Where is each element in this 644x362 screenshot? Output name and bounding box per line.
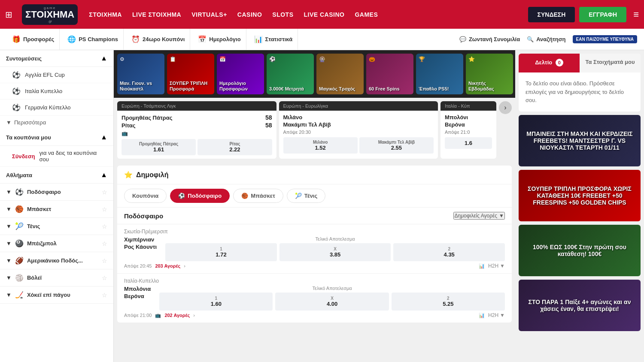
coupon-link[interactable]: ⏰ 24ωρο Κουπόνι [126,29,190,50]
coupons-header[interactable]: Τα κουπόνια μου ▲ [0,129,113,146]
promo-icon-6: 🏆 [419,56,425,62]
coupons-signin-prompt[interactable]: Σύνδεση για να δεις τα κουπόνια σου [0,146,113,167]
nav-item-live[interactable]: LIVE ΣΤΟΙΧΗΜΑ [132,11,181,18]
search-button[interactable]: 🔍 Αναζήτηση [527,36,565,42]
nav-item-virtuals[interactable]: VIRTUALS+ [191,11,227,18]
amfootball-icon: 🏈 [15,256,24,265]
outcome-x-match1[interactable]: X 4.00 [275,293,389,311]
tab-tennis[interactable]: 🎾 Τένις [287,189,325,203]
main-layout: Συντομεύσεις ▲ ⚽ Αγγλία EFL Cup ⚽ Ιταλία… [0,50,644,362]
markets-link-1[interactable]: 202 Αγορές [164,313,190,318]
h2h-button-1[interactable]: H2H ▼ [488,312,505,318]
odd-button-match2[interactable]: 1.6 [445,137,492,149]
nav-item-live-casino[interactable]: LIVE CASINO [304,11,344,18]
calendar-icon: 📅 [198,35,207,43]
fav-star-hockey[interactable]: ☆ [102,292,107,299]
promo-banner-1[interactable]: ΣΟΥΠΕΡ ΤΡΙΠΛΗ ΠΡΟΣΦΟΡΑ ΧΩΡΙΣ ΚΑΤΑΘΕΣΗ 10… [519,170,641,221]
ps-champions-link[interactable]: 🌐 PS Champions [62,29,124,50]
outcome-x-match0[interactable]: X 3.85 [279,243,391,261]
calendar-link[interactable]: 📅 Ημερολόγιο [193,29,246,50]
matches-next-button[interactable]: › [499,101,512,114]
sidebar-sport-volleyball[interactable]: ▼ 🏐 Βόλεϊ ☆ [0,269,113,287]
sidebar-sport-football[interactable]: ▼ ⚽ Ποδόσφαιρο ☆ [0,184,113,201]
promo-icon-7: ⭐ [468,56,475,62]
outcome-2-match0[interactable]: 2 4.35 [393,243,505,261]
promo-card-3[interactable]: ⚽ 3.000€ Μετρητά [267,54,314,94]
shortcuts-header[interactable]: Συντομεύσεις ▲ [0,50,113,67]
match-card-0: Ευρώπη - Τσάμπιονς Λιγκ Προμηθέας Πάτρας… [117,101,276,159]
match-league-0: Ευρώπη - Τσάμπιονς Λιγκ [117,101,276,111]
sidebar-sport-basketball[interactable]: ▼ 🏀 Μπάσκετ ☆ [0,201,113,218]
odd-button-team2-1[interactable]: Μακάμπι Τελ Αβίβ 2.55 [359,137,434,154]
popular-markets-button[interactable]: Δημοφιλείς Αγορές ▼ [453,212,505,220]
promo-card-6[interactable]: 🏆 Έπαθλο PS5! [416,54,463,94]
promo-card-4[interactable]: 🎡 Μαγικός Τροχός [316,54,364,94]
popular-match-0: Σκωτία-Πρέμιερσιπ Χιμπέρνιαν Ρος Κάουντι… [117,224,512,273]
sidebar-sport-tennis[interactable]: ▼ 🎾 Τένις ☆ [0,218,113,235]
popular-tabs: Κουπόνια ⚽ Ποδόσφαιρο 🏀 Μπάσκετ 🎾 Τένις [117,184,512,208]
promo-card-5[interactable]: 🎃 60 Free Spins [366,54,413,94]
tennis-icon: 🎾 [15,222,24,230]
sidebar: Συντομεύσεις ▲ ⚽ Αγγλία EFL Cup ⚽ Ιταλία… [0,50,114,362]
fav-star-volley[interactable]: ☆ [102,275,107,281]
shortcuts-more[interactable]: ▼ Περισσότερα [0,116,113,129]
sidebar-item-germany-cup[interactable]: ⚽ Γερμανία Κύπελλο [0,100,113,116]
nav-item-slots[interactable]: SLOTS [272,11,293,18]
sports-header[interactable]: Αθλήματα ▲ [0,167,113,184]
tab-basketball[interactable]: 🏀 Μπάσκετ [233,189,283,203]
outcome-2-match1[interactable]: 2 5.25 [392,293,505,311]
betslip-tab-deltio[interactable]: Δελτίο 0 [519,54,580,72]
nav-item-stoixima[interactable]: ΣΤΟΙΧΗΜΑ [89,11,122,18]
tennis-label: Τένις [27,223,40,229]
match-odds-0: Προμηθέας Πάτρας 1.61 Ρίτας 2.22 [122,139,272,155]
fav-star-amfootball[interactable]: ☆ [102,257,107,264]
sidebar-item-italy-cup[interactable]: ⚽ Ιταλία Κυπελλο [0,83,113,100]
prosfores-link[interactable]: 🎁 Προσφορές [7,29,60,50]
odd-button-team2-0[interactable]: Ρίτας 2.22 [197,139,272,155]
grid-icon[interactable]: ⊞ [5,9,12,20]
promo-card-2[interactable]: 📅 Ημερολόγιο Προσφορών [217,54,264,94]
promo-card-0[interactable]: ⚙ Μαν. Γιουν. vs Νιούκαστλ [117,54,164,94]
hamburger-icon[interactable]: ≡ [633,9,639,20]
promo-banner-0[interactable]: ΜΠΑΙΝΕΙΣ ΣΤΗ ΜΑΧΗ ΚΑΙ ΚΕΡΔΙΖΕΙΣ FREEBETS… [519,115,641,166]
hockey-icon: 🏒 [15,291,24,299]
betslip-tab-mybets[interactable]: Τα Στοιχήματά μου [580,54,641,72]
chevron-down-icon-baseball: ▼ [6,240,12,247]
outcome-1-match0[interactable]: 1 1.72 [165,243,277,261]
signin-button[interactable]: ΣΥΝΔΕΣΗ [528,7,575,22]
sidebar-item-england-efl[interactable]: ⚽ Αγγλία EFL Cup [0,67,113,83]
sidebar-sport-hockey[interactable]: ▼ 🏒 Χόκεϊ επί πάγου ☆ [0,287,113,304]
safe-game-badge[interactable]: ΕΑΝ ΠΑΙΖΟΥΜΕ ΥΠΕΥΘΥΝΑ [573,35,637,43]
fav-star-basket[interactable]: ☆ [102,206,107,213]
h2h-button-0[interactable]: H2H ▼ [488,263,505,269]
promo-label-1: ΣΟΥΠΕΡ ΤΡΙΠΛΗ Προσφορά [170,81,212,92]
top-navigation: ⊞ game ΣΤΟΙΧΗΜΑ .gr ΣΤΟΙΧΗΜΑ LIVE ΣΤΟΙΧΗ… [0,0,644,29]
fav-star-baseball[interactable]: ☆ [102,240,107,247]
logo[interactable]: game ΣΤΟΙΧΗΜΑ .gr [22,4,78,25]
bar-chart-icon-0: 📊 [479,263,485,269]
promo-icon-0: ⚙ [120,56,125,62]
odd-button-team1-1[interactable]: Μιλάνο 1.52 [283,137,358,154]
chevron-up-icon-3: ▲ [100,171,107,179]
tab-football[interactable]: ⚽ Ποδόσφαιρο [170,189,230,203]
nav-item-games[interactable]: GAMES [355,11,378,18]
fav-star-football[interactable]: ☆ [102,189,107,196]
promo-card-7[interactable]: ⭐ Νικητής Εβδομάδας [466,54,513,94]
nav-item-casino[interactable]: CASINO [237,11,262,18]
sidebar-sport-american-football[interactable]: ▼ 🏈 Αμερικάνικο Ποδός... ☆ [0,252,113,269]
register-button[interactable]: ΕΓΓΡΑΦΗ [579,7,626,22]
signin-link[interactable]: Σύνδεση [12,153,35,160]
coupons-tab-label: Κουπόνια [132,193,158,199]
promo-banner-3[interactable]: ΣΤΟ ΠΑΡΑ 1 Παίξε 4+ αγώνες και αν χάσεις… [519,280,641,331]
markets-link-0[interactable]: 203 Αγορές [155,263,180,268]
promo-card-1[interactable]: 📋 ΣΟΥΠΕΡ ΤΡΙΠΛΗ Προσφορά [167,54,214,94]
stats-link[interactable]: 📊 Στατιστικά [249,29,298,50]
sidebar-item-label-2: Ιταλία Κυπελλο [25,88,62,94]
odd-button-team1-0[interactable]: Προμηθέας Πάτρας 1.61 [122,139,196,155]
live-chat-button[interactable]: 💬 Ζωντανή Συνομιλία [459,36,520,42]
outcome-1-match1[interactable]: 1 1.60 [159,293,273,311]
promo-banner-2[interactable]: 100% ΕΩΣ 100€ Στην πρώτη σου κατάθεση! 1… [519,225,641,276]
tab-coupons[interactable]: Κουπόνια [124,189,167,203]
fav-star-tennis[interactable]: ☆ [102,223,107,230]
sidebar-sport-baseball[interactable]: ▼ 🎱 Μπέιζμπολ ☆ [0,235,113,252]
